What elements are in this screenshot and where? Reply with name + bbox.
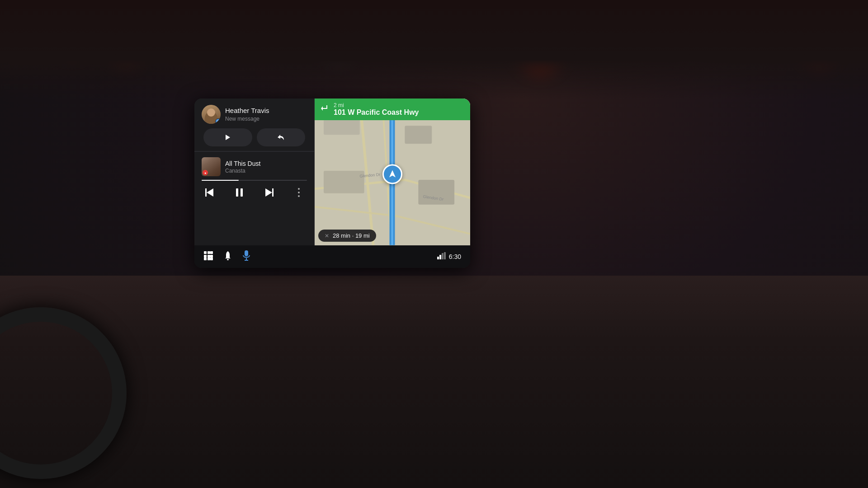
music-card: ● All This Dust Canasta (194, 152, 314, 245)
message-badge-icon: ✉ (217, 120, 220, 123)
more-icon (297, 188, 300, 197)
svg-rect-26 (204, 258, 207, 260)
notification-card: ✉ Heather Travis New message (194, 99, 314, 151)
bottom-left-icons (203, 250, 250, 263)
svg-rect-27 (208, 258, 210, 260)
pause-button[interactable] (231, 184, 248, 201)
apps-grid-icon (203, 251, 213, 261)
album-art: ● (202, 157, 221, 176)
svg-rect-15 (324, 171, 364, 193)
notification-subtitle: New message (225, 116, 307, 122)
svg-point-8 (298, 192, 300, 193)
eta-bar: ✕ 28 min · 19 mi (318, 230, 376, 242)
svg-rect-30 (245, 250, 248, 256)
music-app-icon: ● (204, 171, 206, 174)
music-top: ● All This Dust Canasta (202, 157, 307, 176)
music-progress-bar[interactable] (202, 180, 307, 181)
skip-prev-icon (205, 188, 214, 197)
svg-point-9 (298, 195, 300, 197)
reply-message-button[interactable] (257, 128, 306, 146)
svg-rect-14 (405, 126, 432, 144)
svg-rect-3 (236, 188, 238, 197)
signal-indicator (437, 252, 446, 261)
svg-point-7 (298, 188, 300, 190)
sender-name: Heather Travis (225, 107, 307, 115)
notification-text: Heather Travis New message (225, 107, 307, 122)
svg-rect-20 (204, 251, 207, 254)
nav-header: 2 mi 101 W Pacific Coast Hwy (315, 99, 470, 120)
track-title: All This Dust (225, 160, 307, 167)
svg-point-29 (227, 259, 229, 260)
turn-icon (320, 103, 330, 115)
top-bg (0, 0, 868, 99)
clock: 6:30 (449, 253, 461, 260)
music-controls (202, 184, 307, 201)
prev-track-button[interactable] (202, 184, 218, 201)
svg-rect-33 (437, 257, 439, 259)
play-icon (224, 134, 231, 141)
voice-button[interactable] (242, 250, 250, 263)
eta-info: 28 min · 19 mi (333, 232, 370, 239)
svg-rect-16 (418, 180, 454, 205)
eta-distance: 19 mi (355, 232, 370, 239)
eta-time: 28 min (333, 232, 350, 239)
nav-info: 2 mi 101 W Pacific Coast Hwy (334, 102, 465, 117)
bell-icon (223, 251, 232, 261)
svg-marker-6 (265, 188, 272, 197)
next-track-button[interactable] (261, 184, 277, 201)
track-artist: Canasta (225, 168, 307, 174)
bottom-bar: 6:30 (194, 245, 470, 268)
bottom-right-status: 6:30 (437, 252, 461, 261)
left-panel: ✉ Heather Travis New message (194, 99, 314, 245)
skip-next-icon (264, 188, 274, 197)
svg-rect-21 (208, 251, 210, 254)
svg-marker-2 (207, 188, 213, 197)
svg-rect-1 (205, 188, 207, 197)
map-position-arrow (382, 164, 402, 184)
map-panel: Glendon Dr Glendon Dr 2 mi 101 W Pacific… (315, 99, 470, 245)
reply-icon (277, 134, 285, 141)
play-message-button[interactable] (203, 128, 252, 146)
turn-left-icon (320, 103, 330, 113)
svg-rect-36 (444, 252, 446, 259)
notifications-button[interactable] (223, 251, 232, 263)
notification-top: ✉ Heather Travis New message (202, 105, 307, 124)
svg-rect-28 (210, 258, 213, 260)
avatar-badge: ✉ (215, 118, 221, 124)
microphone-icon (242, 250, 250, 261)
music-progress-fill (202, 180, 239, 181)
apps-button[interactable] (203, 251, 213, 263)
music-app-badge: ● (203, 170, 208, 175)
svg-rect-35 (442, 253, 443, 259)
android-auto-display: ✉ Heather Travis New message (194, 99, 470, 268)
pause-icon (236, 188, 244, 197)
navigation-arrow-icon (388, 169, 397, 178)
more-options-button[interactable] (291, 184, 307, 201)
svg-rect-5 (272, 188, 274, 197)
svg-rect-23 (204, 255, 207, 258)
svg-rect-24 (208, 255, 210, 258)
svg-marker-19 (389, 170, 396, 177)
dashboard (0, 276, 868, 488)
eta-separator: · (352, 232, 355, 239)
svg-marker-0 (226, 135, 230, 140)
content-area: ✉ Heather Travis New message (194, 99, 470, 245)
close-eta-button[interactable]: ✕ (325, 233, 329, 239)
nav-street: 101 W Pacific Coast Hwy (334, 108, 465, 117)
signal-bars-icon (437, 252, 446, 259)
avatar-head (207, 108, 215, 117)
svg-rect-4 (241, 188, 243, 197)
svg-rect-22 (210, 251, 213, 254)
svg-rect-25 (210, 255, 213, 258)
nav-distance: 2 mi (334, 102, 465, 108)
music-info: All This Dust Canasta (225, 160, 307, 174)
notification-buttons (202, 128, 307, 146)
svg-rect-34 (439, 255, 441, 259)
avatar: ✉ (202, 105, 221, 124)
